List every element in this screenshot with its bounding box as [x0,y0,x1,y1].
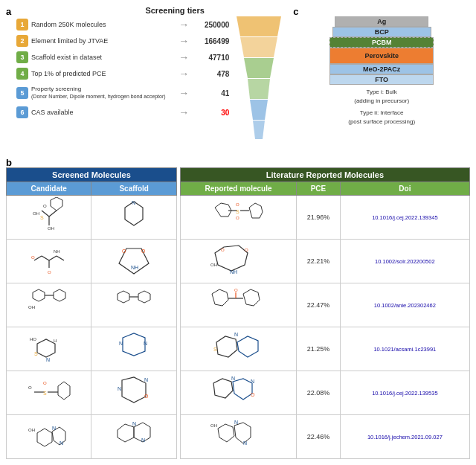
b-content: Screened Molecules Candidate Scaffold [6,167,470,459]
screened-header: Screened Molecules [7,168,177,182]
svg-marker-40 [123,333,145,356]
lit-doi-3: 10.1002/anie.202302462 [340,283,469,327]
tier-arrow-6: → [178,106,189,118]
scaffold-mol-2: O O NH [112,241,156,280]
svg-marker-0 [237,16,281,36]
lit-row-2: O O NH OH 22.21% 10.1002/solr.202200502 [180,240,469,283]
tier-arrow-3: → [178,51,189,63]
tier-num-6: 30 [192,109,229,117]
lit-doi-4: 10.1021/acsami.1c23991 [340,327,469,371]
lit-col2-header: PCE [297,182,340,196]
panel-a: a Screening tiers 1 Random 250K molecule… [6,6,289,154]
svg-text:NH: NH [131,265,138,270]
main-container: a Screening tiers 1 Random 250K molecule… [0,0,476,465]
svg-text:N: N [132,200,135,205]
lit-pce-2: 22.21% [297,240,340,283]
lit-col3-header: Doi [340,182,469,196]
lit-row-1: S O O 21.96% 10.1016/j.cej.2022.139345 [180,196,469,240]
svg-marker-32 [118,291,129,303]
lit-mol-svg-1: S O O [209,197,268,236]
tier-rows: 1 Random 250K molecules → 250000 2 Eleme… [16,16,229,139]
lit-mol-svg-6: OH N N [209,417,268,455]
lit-row-6: OH N N 22.46% 10.1016/j.jechem.2021.09.0… [180,415,469,459]
svg-text:O: O [221,248,225,252]
tier-arrow-2: → [178,35,189,47]
lit-mol-6: OH N N [180,415,296,459]
screened-candidate-6: OH N N [7,415,91,459]
svg-marker-84 [213,379,233,398]
type-i-label: Type i: Bulk(adding in precursor) [348,88,415,106]
svg-text:S: S [40,215,44,220]
device-annotations: Type i: Bulk(adding in precursor) Type i… [348,88,415,126]
candidate-mol-4: HO S N H [27,329,71,368]
tier-num-5: 41 [192,89,229,97]
svg-text:OH: OH [210,263,217,267]
svg-text:S: S [43,391,47,396]
screened-col1-header: Candidate [7,182,91,196]
svg-text:NH: NH [230,269,237,275]
device-stack: Ag BCP PCBM Perovskite MeO-2PACz FTO [329,16,434,85]
screened-candidate-5: S O O [7,371,91,415]
screened-row-2: O O NH O O NH [7,240,177,283]
scaffold-mol-4: N N [112,329,156,368]
tier-num-3: 47710 [192,54,229,62]
svg-line-16 [34,256,42,260]
screened-row-5: S O O N [7,371,177,415]
svg-text:OH: OH [28,428,35,432]
lit-row-4: S N 21.25% 10.1021/acsami.1c23991 [180,327,469,371]
tier-desc-1: Random 250K molecules [31,21,176,29]
lit-mol-svg-3: O [209,285,268,324]
scaffold-mol-1: N [112,197,156,236]
svg-text:S: S [213,347,217,352]
tier-row-1: 1 Random 250K molecules → 250000 [16,16,229,33]
tier-badge-1: 1 [16,19,28,31]
screened-scaffold-5: N N O [91,371,176,415]
svg-marker-34 [138,291,150,303]
screened-col2-header: Scaffold [91,182,176,196]
lit-pce-5: 22.08% [297,371,340,415]
screened-scaffold-3 [91,283,176,327]
svg-line-17 [42,256,49,260]
lit-mol-2: O O NH OH [180,240,296,283]
tier-row-3: 3 Scaffold exist in dataset → 47710 [16,49,229,65]
svg-text:N: N [52,426,56,431]
candidate-mol-1: S OH OH O [27,197,71,236]
svg-line-19 [57,256,64,260]
svg-marker-5 [253,121,265,139]
screened-scaffold-6: N N [91,415,176,459]
screened-candidate-1: S OH OH O [7,196,91,240]
svg-text:OH: OH [210,423,217,428]
svg-text:S: S [236,209,239,214]
tier-desc-3: Scaffold exist in dataset [31,54,176,62]
funnel-wrap: 1 Random 250K molecules → 250000 2 Eleme… [16,16,289,139]
tier-badge-5: 5 [16,87,28,99]
svg-marker-80 [216,336,237,357]
svg-text:O: O [31,255,35,260]
svg-text:O: O [251,392,255,397]
panel-c-label: c [293,6,298,17]
lit-mol-svg-5: N N O [209,373,268,411]
lit-doi-2: 10.1002/solr.202200502 [340,240,469,283]
svg-text:N: N [46,357,50,362]
svg-text:N: N [141,437,145,443]
svg-text:NH: NH [54,249,60,254]
svg-marker-9 [51,197,62,211]
layer-fto: FTO [329,74,434,85]
panel-a-label: a [6,6,11,17]
lit-pce-1: 21.96% [297,196,340,240]
screened-row-3: OH [7,283,177,327]
candidate-mol-5: S O O [27,373,71,411]
lit-pce-6: 22.46% [297,415,340,459]
svg-text:O: O [245,248,248,252]
top-section: a Screening tiers 1 Random 250K molecule… [6,6,470,154]
svg-text:O: O [234,288,238,292]
lit-doi-6: 10.1016/j.jechem.2021.09.027 [340,415,469,459]
svg-marker-85 [233,379,252,400]
svg-marker-68 [249,203,263,218]
screened-candidate-2: O O NH [7,240,91,283]
svg-text:O: O [43,204,47,208]
scaffold-mol-5: N N O [112,373,156,411]
svg-marker-90 [218,424,234,442]
lit-mol-4: S N [180,327,296,371]
scaffold-mol-6: N N [112,417,156,455]
